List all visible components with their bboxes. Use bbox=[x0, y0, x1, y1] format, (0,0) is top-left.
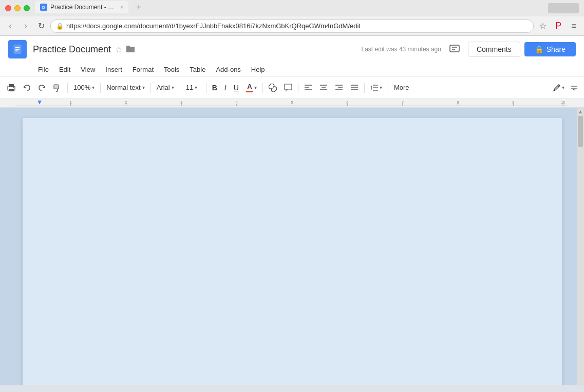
menu-addons[interactable]: Add-ons bbox=[211, 64, 246, 75]
bookmark-button[interactable]: ☆ bbox=[537, 20, 549, 32]
doc-title[interactable]: Practice Document bbox=[33, 44, 111, 55]
close-window-button[interactable] bbox=[5, 5, 11, 11]
comments-button[interactable]: Comments bbox=[468, 42, 520, 57]
share-lock-icon: 🔒 bbox=[535, 45, 543, 53]
menu-help[interactable]: Help bbox=[246, 64, 270, 75]
menu-table[interactable]: Table bbox=[184, 64, 211, 75]
toolbar-divider-2 bbox=[100, 83, 101, 93]
scrollbar[interactable]: ▲ bbox=[577, 108, 584, 385]
menu-edit[interactable]: Edit bbox=[54, 64, 76, 75]
menu-tools[interactable]: Tools bbox=[159, 64, 184, 75]
svg-text:2: 2 bbox=[125, 101, 127, 104]
svg-rect-17 bbox=[285, 84, 292, 90]
share-button[interactable]: 🔒 Share bbox=[524, 42, 576, 56]
text-color-indicator: A bbox=[246, 83, 253, 92]
svg-text:7: 7 bbox=[402, 101, 404, 104]
ruler[interactable]: 1 2 3 4 5 6 7 8 9 bbox=[0, 99, 584, 108]
font-select[interactable]: Arial ▾ bbox=[154, 80, 177, 95]
menu-insert[interactable]: Insert bbox=[100, 64, 127, 75]
print-button[interactable] bbox=[4, 80, 18, 95]
docs-logo bbox=[8, 40, 27, 58]
text-color-bar bbox=[246, 91, 253, 92]
italic-button[interactable]: I bbox=[221, 80, 230, 95]
star-button[interactable]: ☆ bbox=[115, 45, 122, 54]
svg-point-12 bbox=[13, 87, 14, 88]
svg-text:9: 9 bbox=[512, 101, 514, 104]
align-justify-button[interactable] bbox=[347, 80, 362, 95]
svg-text:10: 10 bbox=[561, 101, 565, 104]
bold-button[interactable]: B bbox=[209, 80, 220, 95]
tab-close-button[interactable]: × bbox=[120, 4, 123, 10]
url-text: https://docs.google.com/document/d/1byex… bbox=[66, 22, 361, 30]
style-dropdown-arrow: ▾ bbox=[142, 85, 145, 90]
folder-button[interactable] bbox=[126, 45, 135, 54]
align-center-button[interactable] bbox=[316, 80, 331, 95]
browser-menu-button[interactable]: ≡ bbox=[568, 20, 580, 32]
collapse-toolbar-button[interactable] bbox=[569, 80, 580, 95]
doc-title-row: Practice Document ☆ bbox=[33, 44, 362, 55]
align-right-button[interactable] bbox=[332, 80, 346, 95]
svg-rect-9 bbox=[9, 84, 14, 87]
text-color-button[interactable]: A ▾ bbox=[243, 80, 260, 95]
ssl-lock-icon: 🔒 bbox=[56, 23, 64, 30]
doc-header-actions: Comments 🔒 Share bbox=[445, 41, 576, 57]
svg-rect-5 bbox=[126, 46, 130, 48]
svg-text:6: 6 bbox=[346, 101, 348, 104]
menu-file[interactable]: File bbox=[33, 64, 54, 75]
comment-insert-button[interactable] bbox=[281, 80, 295, 95]
svg-text:3: 3 bbox=[180, 101, 182, 104]
svg-rect-14 bbox=[54, 85, 58, 88]
svg-rect-11 bbox=[9, 89, 14, 91]
comments-icon-button[interactable] bbox=[445, 41, 464, 57]
doc-title-area: Practice Document ☆ bbox=[33, 44, 362, 55]
tab-favicon: D bbox=[40, 4, 47, 11]
font-size-value: 11 bbox=[186, 84, 193, 91]
pencil-mode-button[interactable]: ▾ bbox=[550, 80, 568, 95]
refresh-button[interactable]: ↻ bbox=[35, 20, 47, 32]
share-label: Share bbox=[547, 45, 566, 53]
toolbar-divider-1 bbox=[67, 83, 68, 93]
toolbar-divider-4 bbox=[180, 83, 180, 93]
line-spacing-button[interactable]: ▾ bbox=[367, 80, 385, 95]
redo-button[interactable] bbox=[35, 80, 49, 95]
line-spacing-dropdown-arrow: ▾ bbox=[380, 85, 382, 90]
minimize-window-button[interactable] bbox=[14, 5, 21, 11]
align-left-button[interactable] bbox=[301, 80, 315, 95]
doc-page[interactable] bbox=[23, 118, 562, 385]
pencil-dropdown-arrow: ▾ bbox=[562, 85, 564, 90]
paint-format-button[interactable] bbox=[50, 80, 65, 95]
style-select[interactable]: Normal text ▾ bbox=[103, 80, 147, 95]
doc-header: Practice Document ☆ Last edit was 43 min… bbox=[0, 36, 584, 63]
window-controls bbox=[548, 3, 579, 13]
title-bar: D Practice Document - Goog × + bbox=[0, 0, 584, 16]
link-button[interactable] bbox=[266, 80, 280, 95]
url-bar[interactable]: 🔒 https://docs.google.com/document/d/1by… bbox=[50, 19, 534, 33]
underline-button[interactable]: U bbox=[231, 80, 242, 95]
browser-tab[interactable]: D Practice Document - Goog × bbox=[35, 1, 128, 13]
doc-area[interactable] bbox=[0, 108, 584, 385]
font-value: Arial bbox=[157, 84, 170, 91]
new-tab-button[interactable]: + bbox=[133, 1, 145, 13]
browser-window: D Practice Document - Goog × + ‹ › ↻ 🔒 h… bbox=[0, 0, 584, 385]
font-size-select[interactable]: 11 ▾ bbox=[183, 80, 203, 95]
svg-text:8: 8 bbox=[457, 101, 459, 104]
maximize-window-button[interactable] bbox=[24, 5, 30, 11]
more-button[interactable]: More bbox=[391, 80, 412, 95]
font-size-dropdown-arrow: ▾ bbox=[195, 85, 197, 90]
forward-button[interactable]: › bbox=[20, 20, 32, 32]
undo-button[interactable] bbox=[20, 80, 34, 95]
svg-text:5: 5 bbox=[291, 101, 293, 104]
toolbar: 100% ▾ Normal text ▾ Arial ▾ 11 ▾ B I U bbox=[0, 77, 584, 99]
back-button[interactable]: ‹ bbox=[4, 20, 16, 32]
scroll-up-button[interactable]: ▲ bbox=[578, 109, 583, 114]
menu-view[interactable]: View bbox=[76, 64, 100, 75]
scroll-thumb[interactable] bbox=[578, 116, 583, 147]
zoom-select[interactable]: 100% ▾ bbox=[70, 80, 98, 95]
pinterest-extension[interactable]: P bbox=[552, 20, 564, 32]
tab-title: Practice Document - Goog bbox=[50, 4, 117, 11]
menu-format[interactable]: Format bbox=[127, 64, 159, 75]
zoom-dropdown-arrow: ▾ bbox=[92, 85, 95, 90]
svg-rect-6 bbox=[450, 45, 459, 52]
toolbar-divider-5 bbox=[206, 83, 206, 93]
font-dropdown-arrow: ▾ bbox=[172, 85, 174, 90]
